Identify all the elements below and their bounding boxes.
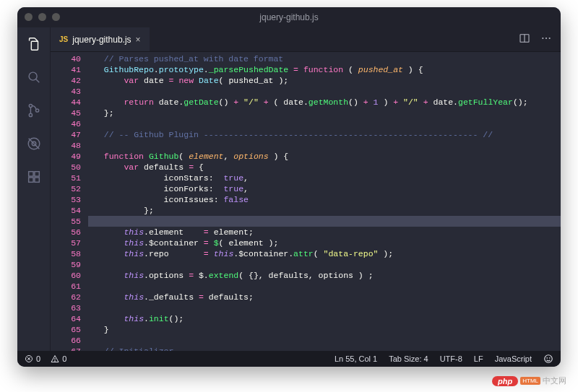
code-line[interactable]: this.$container = $( element );	[94, 238, 561, 248]
svg-rect-9	[34, 172, 38, 176]
svg-point-14	[542, 37, 543, 38]
code-line[interactable]: };	[94, 205, 561, 216]
traffic-close[interactable]	[25, 13, 33, 21]
split-editor-icon[interactable]	[519, 32, 530, 47]
traffic-lights[interactable]	[25, 13, 60, 21]
status-warnings-count: 0	[62, 354, 66, 363]
svg-point-3	[29, 113, 32, 116]
svg-point-2	[29, 104, 32, 107]
status-feedback-icon[interactable]	[543, 354, 553, 364]
search-icon[interactable]	[25, 68, 43, 87]
tab-jquery-github[interactable]: JS jquery-github.js ×	[51, 27, 150, 51]
code-line[interactable]: }	[94, 324, 561, 335]
line-number: 67	[51, 346, 81, 351]
line-number: 60	[51, 270, 81, 281]
watermark-tag: HTML	[520, 377, 540, 385]
svg-point-0	[29, 72, 37, 80]
line-number: 65	[51, 324, 81, 335]
svg-point-23	[547, 358, 548, 359]
code-line[interactable]: return date.getDate() + "/" + ( date.get…	[94, 97, 561, 108]
status-encoding[interactable]: UTF-8	[440, 354, 462, 363]
svg-rect-8	[28, 172, 33, 176]
status-cursor[interactable]: Ln 55, Col 1	[335, 354, 377, 363]
code-line[interactable]: var date = new Date( pushed_at );	[94, 75, 561, 86]
svg-line-1	[35, 79, 39, 83]
traffic-minimize[interactable]	[38, 13, 46, 21]
svg-rect-10	[28, 178, 33, 182]
code-content[interactable]: // Parses pushed_at with date format Git…	[88, 52, 561, 351]
activity-bar	[17, 27, 51, 351]
tab-filename: jquery-github.js	[72, 35, 131, 45]
svg-point-24	[549, 358, 550, 359]
code-line[interactable]	[94, 281, 561, 292]
line-number: 55	[51, 216, 81, 227]
code-line[interactable]	[94, 140, 561, 151]
status-warnings[interactable]: 0	[51, 354, 66, 363]
line-number: 40	[51, 53, 81, 64]
svg-point-22	[545, 355, 553, 363]
line-number: 52	[51, 183, 81, 194]
code-line[interactable]: iconIssues: false	[94, 194, 561, 205]
status-eol[interactable]: LF	[474, 354, 483, 363]
line-number: 46	[51, 118, 81, 129]
code-line[interactable]	[94, 259, 561, 270]
status-language[interactable]: JavaScript	[495, 354, 532, 363]
explorer-icon[interactable]	[25, 35, 43, 53]
watermark-suffix: 中文网	[543, 375, 566, 386]
extensions-icon[interactable]	[25, 167, 43, 186]
status-errors-count: 0	[36, 354, 40, 363]
status-tabsize[interactable]: Tab Size: 4	[389, 354, 428, 363]
code-line[interactable]	[94, 118, 561, 129]
debug-icon[interactable]	[25, 134, 43, 153]
code-line[interactable]: this.element = element;	[94, 227, 561, 238]
close-icon[interactable]: ×	[136, 35, 141, 45]
tab-actions	[519, 27, 561, 51]
code-line[interactable]: // Initializer	[94, 346, 561, 351]
line-number: 57	[51, 238, 81, 248]
line-number: 43	[51, 86, 81, 97]
svg-point-4	[35, 109, 38, 112]
code-line[interactable]: this.init();	[94, 313, 561, 324]
code-line[interactable]: var defaults = {	[94, 162, 561, 173]
tab-bar: JS jquery-github.js ×	[51, 27, 561, 52]
line-number: 66	[51, 335, 81, 346]
line-number: 45	[51, 108, 81, 118]
tab-lang-badge: JS	[59, 35, 68, 43]
code-line[interactable]: // Parses pushed_at with date format	[94, 53, 561, 64]
code-line[interactable]: // -- Github Plugin --------------------…	[94, 129, 561, 140]
code-line[interactable]	[94, 216, 561, 227]
status-errors[interactable]: 0	[25, 354, 40, 363]
code-line[interactable]: this._defaults = defaults;	[94, 292, 561, 302]
svg-rect-11	[34, 178, 38, 182]
line-number: 58	[51, 248, 81, 259]
line-number: 47	[51, 129, 81, 140]
code-line[interactable]: };	[94, 108, 561, 118]
line-number: 54	[51, 205, 81, 216]
line-gutter: 4041424344454647484950515253545556575859…	[51, 52, 88, 351]
more-icon[interactable]	[540, 32, 552, 47]
code-line[interactable]: this.options = $.extend( {}, defaults, o…	[94, 270, 561, 281]
line-number: 44	[51, 97, 81, 108]
source-control-icon[interactable]	[25, 101, 43, 120]
code-line[interactable]: function Github( element, options ) {	[94, 151, 561, 162]
titlebar[interactable]: jquery-github.js	[17, 7, 561, 27]
line-number: 53	[51, 194, 81, 205]
code-line[interactable]: this.repo = this.$container.attr( "data-…	[94, 248, 561, 259]
code-line[interactable]: GithubRepo.prototype._parsePushedDate = …	[94, 64, 561, 75]
line-number: 49	[51, 151, 81, 162]
code-line[interactable]: iconStars: true,	[94, 173, 561, 183]
svg-point-16	[549, 37, 551, 38]
editor-area: JS jquery-github.js × 404142434445464748…	[51, 27, 561, 351]
code-line[interactable]	[94, 86, 561, 97]
line-number: 56	[51, 227, 81, 238]
line-number: 62	[51, 292, 81, 302]
code-line[interactable]	[94, 302, 561, 313]
code-view[interactable]: 4041424344454647484950515253545556575859…	[51, 52, 561, 351]
editor-window: jquery-github.js JS jquery	[17, 7, 561, 367]
line-number: 64	[51, 313, 81, 324]
line-number: 63	[51, 302, 81, 313]
line-number: 50	[51, 162, 81, 173]
code-line[interactable]: iconForks: true,	[94, 183, 561, 194]
traffic-zoom[interactable]	[52, 13, 60, 21]
code-line[interactable]	[94, 335, 561, 346]
